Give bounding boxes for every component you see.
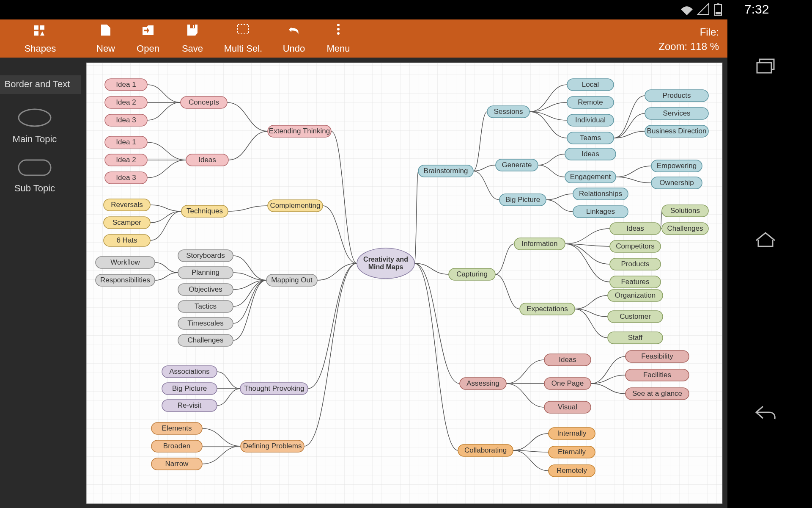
thought-child-0[interactable]: Associations bbox=[162, 366, 217, 378]
svg-text:Generate: Generate bbox=[502, 161, 532, 169]
thought-child-1[interactable]: Big Picture bbox=[162, 383, 217, 395]
bigpic-child-0[interactable]: Relationships bbox=[573, 188, 628, 200]
svg-text:Linkages: Linkages bbox=[586, 207, 615, 215]
techniques-child-0[interactable]: Reversals bbox=[104, 199, 150, 211]
mapping-out[interactable]: Mapping Out bbox=[266, 274, 317, 286]
assessing[interactable]: Assessing bbox=[460, 378, 506, 389]
svg-text:Big Picture: Big Picture bbox=[505, 196, 540, 204]
mapping-child-3[interactable]: Tactics bbox=[178, 301, 233, 312]
mapping-child-4[interactable]: Timescales bbox=[178, 318, 233, 329]
collab-child-1[interactable]: Eternally bbox=[549, 446, 595, 458]
defining-problems[interactable]: Defining Problems bbox=[241, 440, 304, 452]
planning-child-0[interactable]: Workflow bbox=[96, 257, 155, 268]
svg-text:Mind Maps: Mind Maps bbox=[368, 263, 403, 271]
defining-child-2[interactable]: Narrow bbox=[151, 458, 202, 470]
root-node[interactable]: Creativity andMind Maps bbox=[357, 248, 414, 279]
svg-text:Creativity and: Creativity and bbox=[363, 256, 408, 263]
generate-child-1[interactable]: Engagement bbox=[565, 171, 616, 183]
concepts-child-1[interactable]: Idea 2 bbox=[105, 97, 147, 108]
svg-text:Competitors: Competitors bbox=[616, 242, 655, 250]
mapping-child-1[interactable]: Planning bbox=[178, 267, 233, 279]
sessions[interactable]: Sessions bbox=[487, 106, 529, 118]
brainstorming[interactable]: Brainstorming bbox=[418, 165, 473, 177]
assess-child-0[interactable]: Ideas bbox=[544, 354, 591, 366]
generate-child-0[interactable]: Ideas bbox=[565, 148, 616, 160]
teams-child-2[interactable]: Business Direction bbox=[645, 125, 708, 137]
svg-rect-3 bbox=[717, 3, 719, 5]
svg-text:Undo: Undo bbox=[283, 43, 305, 54]
concepts[interactable]: Concepts bbox=[181, 97, 227, 108]
sessions-child-1[interactable]: Remote bbox=[567, 97, 614, 108]
techniques-child-2[interactable]: 6 Hats bbox=[104, 235, 150, 246]
expect-child-1[interactable]: Customer bbox=[608, 311, 663, 323]
info-child-1[interactable]: Competitors bbox=[610, 240, 661, 252]
collab-child-0[interactable]: Internally bbox=[549, 428, 595, 439]
onepage-child-1[interactable]: Facilities bbox=[625, 369, 689, 381]
defining-child-1[interactable]: Broaden bbox=[151, 440, 202, 452]
bigpic-child-1[interactable]: Linkages bbox=[573, 206, 628, 218]
thought-provoking[interactable]: Thought Provoking bbox=[240, 383, 308, 395]
svg-text:Shapes: Shapes bbox=[25, 43, 56, 54]
sessions-child-2[interactable]: Individual bbox=[567, 114, 614, 126]
onepage-child-0[interactable]: Feasibility bbox=[625, 351, 689, 362]
svg-text:Timescales: Timescales bbox=[187, 319, 223, 327]
svg-text:Empowering: Empowering bbox=[657, 162, 697, 170]
svg-text:Associations: Associations bbox=[169, 367, 209, 375]
info-ideas-child-1[interactable]: Challenges bbox=[662, 223, 708, 235]
assess-child-1[interactable]: One Page bbox=[544, 378, 591, 389]
expect-child-0[interactable]: Organization bbox=[608, 290, 663, 301]
svg-text:Ideas: Ideas bbox=[582, 150, 599, 158]
info-ideas-child-0[interactable]: Solutions bbox=[662, 205, 708, 217]
thought-child-2[interactable]: Re-visit bbox=[162, 400, 217, 411]
engagement-child-0[interactable]: Empowering bbox=[651, 160, 702, 172]
assess-child-2[interactable]: Visual bbox=[544, 401, 591, 413]
mapping-child-2[interactable]: Objectives bbox=[178, 284, 233, 295]
teams-child-1[interactable]: Services bbox=[645, 108, 708, 119]
extending-thinking[interactable]: Extending Thinking bbox=[268, 125, 331, 137]
svg-text:Information: Information bbox=[521, 240, 557, 248]
info-child-3[interactable]: Features bbox=[610, 276, 661, 288]
svg-text:Idea 2: Idea 2 bbox=[116, 98, 136, 106]
collaborating[interactable]: Collaborating bbox=[458, 444, 513, 456]
ideas-child-2[interactable]: Idea 3 bbox=[105, 172, 147, 184]
expect-child-2[interactable]: Staff bbox=[608, 332, 663, 344]
svg-rect-4 bbox=[716, 12, 721, 14]
svg-text:Re-visit: Re-visit bbox=[178, 401, 202, 409]
sessions-child-0[interactable]: Local bbox=[567, 79, 614, 91]
capturing[interactable]: Capturing bbox=[449, 268, 495, 280]
expectations[interactable]: Expectations bbox=[520, 303, 575, 315]
teams-child-0[interactable]: Products bbox=[645, 90, 708, 102]
svg-text:Visual: Visual bbox=[558, 403, 577, 411]
sessions-child-3[interactable]: Teams bbox=[567, 132, 614, 144]
techniques[interactable]: Techniques bbox=[181, 205, 228, 217]
svg-text:Business Direction: Business Direction bbox=[647, 127, 707, 135]
generate[interactable]: Generate bbox=[496, 159, 538, 171]
mapping-child-0[interactable]: Storyboards bbox=[178, 250, 233, 262]
svg-text:Facilities: Facilities bbox=[643, 371, 671, 379]
ideas-child-0[interactable]: Idea 1 bbox=[105, 136, 147, 148]
status-bar: 7:32 bbox=[0, 0, 812, 19]
planning-child-1[interactable]: Responsibilities bbox=[96, 274, 155, 286]
information[interactable]: Information bbox=[514, 238, 565, 250]
svg-text:Concepts: Concepts bbox=[189, 98, 219, 106]
svg-text:Brainstorming: Brainstorming bbox=[424, 167, 468, 175]
collab-child-2[interactable]: Remotely bbox=[549, 465, 595, 477]
big-picture[interactable]: Big Picture bbox=[499, 194, 546, 206]
complementing[interactable]: Complementing bbox=[268, 200, 323, 212]
engagement-child-1[interactable]: Ownership bbox=[651, 177, 702, 189]
info-child-0[interactable]: Ideas bbox=[610, 223, 661, 235]
svg-text:Responsibilities: Responsibilities bbox=[100, 276, 150, 284]
concepts-child-2[interactable]: Idea 3 bbox=[105, 114, 147, 126]
defining-child-0[interactable]: Elements bbox=[151, 422, 202, 434]
onepage-child-2[interactable]: See at a glance bbox=[625, 388, 689, 400]
svg-text:Thought Provoking: Thought Provoking bbox=[244, 384, 304, 392]
svg-rect-6 bbox=[34, 25, 38, 30]
ideas-child-1[interactable]: Idea 2 bbox=[105, 154, 147, 166]
mapping-child-5[interactable]: Challenges bbox=[178, 334, 233, 346]
info-child-2[interactable]: Products bbox=[610, 258, 661, 270]
techniques-child-1[interactable]: Scamper bbox=[104, 217, 150, 229]
svg-text:Feasibility: Feasibility bbox=[641, 352, 673, 360]
ideas[interactable]: Ideas bbox=[186, 154, 228, 166]
svg-text:Mapping Out: Mapping Out bbox=[271, 276, 313, 284]
concepts-child-0[interactable]: Idea 1 bbox=[105, 79, 147, 91]
